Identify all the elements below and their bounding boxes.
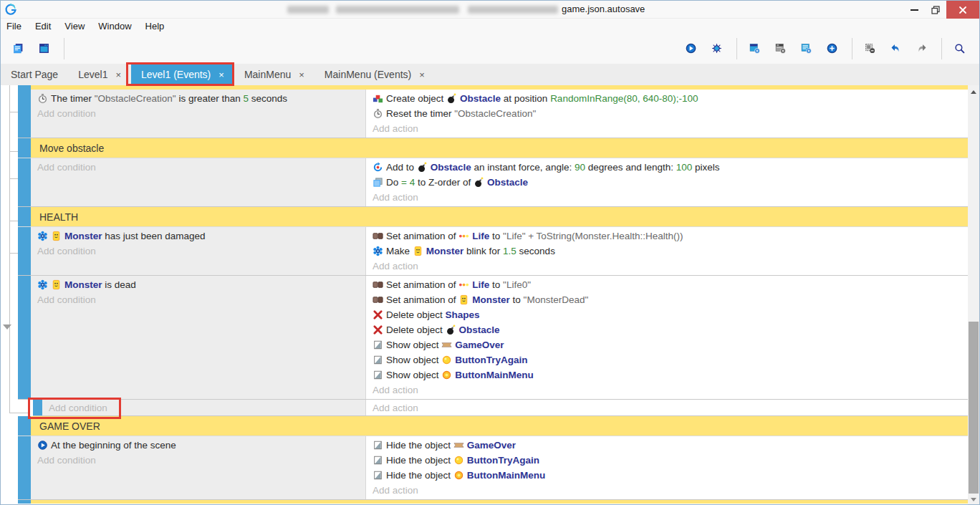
object-name: Life [472, 279, 489, 290]
add-action-button[interactable]: Add action [366, 383, 968, 398]
toolbar-divider [941, 38, 942, 59]
add-condition-button[interactable]: Add condition [31, 292, 365, 307]
add-comment-button[interactable] [794, 36, 820, 62]
add-action-button[interactable]: Add action [366, 121, 968, 136]
text-segment: The timer [51, 93, 95, 104]
add-action-button[interactable]: Add action [366, 259, 968, 274]
bomb-icon [474, 177, 484, 188]
add-action-button[interactable]: Add action [366, 400, 968, 415]
action-line[interactable]: Add to Obstacle an instant force, angle:… [366, 160, 968, 175]
add-more-button[interactable] [820, 36, 846, 62]
menu-help[interactable]: Help [145, 21, 165, 32]
group-header[interactable]: HEALTH [31, 207, 968, 226]
group-header[interactable]: GAME OVER [31, 416, 968, 436]
undo-button[interactable] [884, 36, 910, 62]
add-event-button[interactable] [743, 36, 769, 62]
object-name: Monster [64, 279, 102, 290]
toolbar [1, 33, 979, 64]
text-segment: Add to [386, 162, 417, 173]
menu-view[interactable]: View [64, 21, 85, 32]
scene-editor-button[interactable] [32, 36, 58, 62]
action-line[interactable]: Create object Obstacle at position Rando… [366, 91, 968, 106]
restore-button[interactable] [925, 1, 946, 19]
event-selection-bar [18, 207, 31, 226]
menu-window[interactable]: Window [98, 21, 131, 32]
redo-button[interactable] [910, 36, 936, 62]
undo-icon [890, 43, 901, 54]
action-line[interactable]: Set animation of Life to "Life" + ToStri… [366, 229, 968, 244]
condition-line[interactable]: Monster is dead [31, 277, 365, 292]
add-action-button[interactable]: Add action [366, 190, 968, 205]
action-line[interactable]: Make Monster blink for 1.5 seconds [366, 244, 968, 259]
tab-level1[interactable]: Level1 × [68, 64, 131, 85]
actions-column: Add action [366, 400, 968, 415]
tab-mainmenu-events[interactable]: MainMenu (Events) × [314, 64, 435, 85]
action-line[interactable]: Show object GameOver [366, 337, 968, 352]
add-condition-button[interactable]: Add condition [31, 160, 365, 175]
action-line[interactable]: Hide the object ButtonTryAgain [366, 453, 968, 468]
text-segment: "Life" + ToString(Monster.Health::Health… [503, 231, 683, 241]
object-name: GameOver [467, 440, 516, 451]
visibility-icon [373, 355, 383, 365]
tab-mainmenu[interactable]: MainMenu × [234, 64, 314, 85]
vertical-scrollbar[interactable] [968, 85, 979, 505]
menu-edit[interactable]: Edit [35, 21, 51, 32]
action-line[interactable]: Do = 4 to Z-order of Obstacle [366, 175, 968, 190]
action-line[interactable]: Set animation of Monster to "MonsterDead… [366, 292, 968, 307]
add-condition-button[interactable]: Add condition [31, 453, 365, 468]
add-condition-button[interactable]: Add condition [31, 244, 365, 259]
condition-line[interactable]: At the beginning of the scene [31, 438, 365, 453]
delete-selection-button[interactable] [858, 36, 884, 62]
tab-close-icon[interactable]: × [299, 69, 304, 80]
scene-editor-icon [39, 43, 49, 54]
text-segment: Hide the object [386, 455, 453, 466]
redacted-title-text [468, 6, 558, 14]
text-segment: an instant force, angle: [471, 162, 575, 173]
text-segment: RandomInRange(80, 640-80);-100 [550, 93, 698, 104]
preview-play-button[interactable] [679, 36, 705, 62]
action-line[interactable]: Hide the object GameOver [366, 438, 968, 453]
add-action-button[interactable]: Add action [366, 483, 968, 498]
debugger-bug-button[interactable] [705, 36, 731, 62]
scroll-up-arrow[interactable] [968, 87, 979, 97]
text-segment: "ObstacleCreation" [95, 93, 176, 104]
scroll-down-arrow[interactable] [968, 494, 979, 504]
tab-close-icon[interactable]: × [419, 69, 425, 80]
action-line[interactable]: Delete object Shapes [366, 307, 968, 322]
close-button[interactable] [946, 1, 979, 19]
text-segment: Show object [386, 355, 441, 365]
condition-line[interactable]: Monster has just been damaged [31, 229, 365, 244]
event-group: GAME OVER [18, 416, 968, 436]
monster-icon [458, 294, 469, 305]
action-line[interactable]: Reset the timer "ObstacleCreation" [366, 106, 968, 121]
tab-label: MainMenu (Events) [325, 69, 411, 80]
text-segment: Show object [386, 370, 441, 380]
search-button[interactable] [948, 36, 974, 62]
group-header-strip [31, 500, 968, 504]
action-line[interactable]: Delete object Obstacle [366, 322, 968, 337]
text-segment: "ObstacleCreation" [454, 108, 536, 119]
add-condition-button[interactable]: Add condition [31, 106, 365, 121]
object-name: GameOver [455, 340, 504, 350]
tab-close-icon[interactable]: × [115, 69, 121, 80]
tab-start-page[interactable]: Start Page [1, 64, 68, 85]
condition-line[interactable]: The timer "ObstacleCreation" is greater … [31, 91, 365, 106]
add-subevent-icon [775, 43, 786, 54]
debugger-bug-icon [711, 43, 722, 54]
minimize-button[interactable] [903, 1, 925, 19]
action-line[interactable]: Hide the object ButtonMainMenu [366, 468, 968, 483]
visibility-icon [373, 455, 383, 466]
group-header[interactable]: Move obstacle [31, 138, 968, 158]
text-segment: Delete object [386, 309, 446, 320]
action-line[interactable]: Show object ButtonTryAgain [366, 352, 968, 367]
project-manager-button[interactable] [6, 36, 32, 62]
action-line[interactable]: Set animation of Life to "Life0" [366, 277, 968, 292]
event-selection-bar [18, 276, 31, 399]
menu-file[interactable]: File [6, 21, 21, 32]
add-subevent-button[interactable] [769, 36, 794, 62]
scrollbar-thumb[interactable] [969, 322, 979, 494]
object-name: ButtonMainMenu [467, 470, 545, 481]
action-line[interactable]: Show object ButtonMainMenu [366, 367, 968, 383]
window-title-filename: game.json.autosave [562, 4, 645, 14]
text-segment: = 4 [401, 177, 415, 188]
